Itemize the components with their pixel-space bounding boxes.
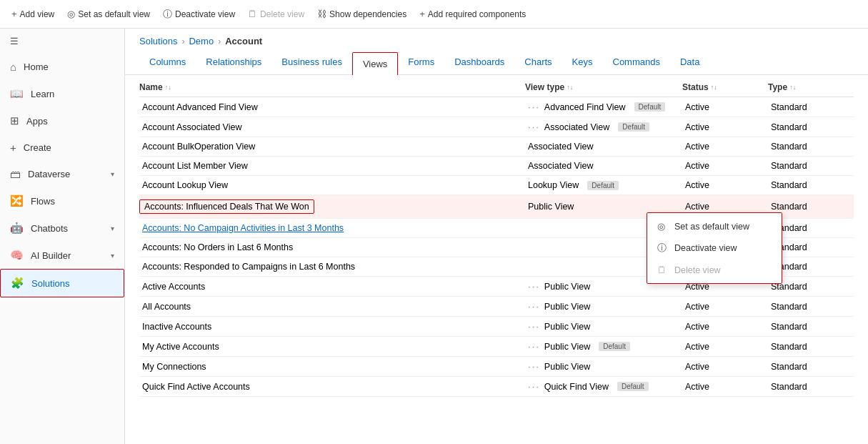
- set-default-ctx-icon: ◎: [657, 221, 669, 232]
- sidebar-item-flows[interactable]: 🔀 Flows: [0, 187, 124, 214]
- table-row: My Active Accounts···Public ViewDefaultA…: [139, 337, 854, 357]
- tab-relationships[interactable]: Relationships: [196, 51, 271, 74]
- sidebar-item-home[interactable]: ⌂ Home: [0, 54, 124, 80]
- ctx-delete: 🗒Delete view: [647, 260, 782, 280]
- row-viewtype-3: Associated View: [525, 142, 682, 152]
- tab-dashboards[interactable]: Dashboards: [444, 51, 514, 74]
- solutions-icon: 🧩: [11, 277, 24, 290]
- row-viewtype-text-1: Advanced Find View: [544, 102, 626, 112]
- row-dots-11[interactable]: ···: [528, 301, 540, 312]
- sidebar-item-create[interactable]: + Create: [0, 134, 124, 161]
- learn-icon: 📖: [10, 87, 24, 100]
- ai-builder-label: AI Builder: [31, 250, 71, 261]
- breadcrumb-demo[interactable]: Demo: [189, 36, 214, 46]
- row-viewtype-text-11: Public View: [544, 302, 590, 312]
- row-status-11: Active: [682, 302, 768, 312]
- row-viewtype-text-10: Public View: [544, 282, 590, 292]
- col-header-name[interactable]: Name↑↓: [139, 82, 525, 92]
- col-label: Status: [682, 82, 709, 92]
- row-dots-15[interactable]: ···: [528, 381, 540, 392]
- row-viewtype-13: ···Public ViewDefault: [525, 341, 682, 352]
- add-view-icon: +: [11, 9, 17, 19]
- table-row: Account Lookup ViewLookup ViewDefaultAct…: [139, 176, 854, 195]
- row-name-10: Active Accounts: [139, 282, 525, 292]
- row-dots-1[interactable]: ···: [528, 102, 540, 112]
- col-header-view-type[interactable]: View type↑↓: [525, 82, 682, 92]
- toolbar-add-required[interactable]: +Add required components: [419, 9, 526, 19]
- sidebar-item-solutions[interactable]: 🧩 Solutions: [0, 269, 124, 297]
- row-dots-2[interactable]: ···: [528, 122, 540, 132]
- breadcrumb-solutions[interactable]: Solutions: [139, 36, 177, 46]
- table-row: Account Advanced Find View···Advanced Fi…: [139, 97, 854, 117]
- sidebar-item-apps[interactable]: ⊞ Apps: [0, 107, 124, 134]
- learn-label: Learn: [31, 89, 54, 99]
- row-name-3: Account BulkOperation View: [139, 142, 525, 152]
- home-label: Home: [24, 61, 49, 72]
- ctx-set-default[interactable]: ◎Set as default view: [647, 216, 782, 237]
- deactivate-ctx-icon: ⓘ: [657, 242, 669, 255]
- row-dots-10[interactable]: ···: [528, 281, 540, 292]
- sidebar-item-chatbots[interactable]: 🤖 Chatbots ▾: [0, 214, 124, 242]
- row-link-7[interactable]: Accounts: No Campaign Activities in Last…: [142, 223, 344, 233]
- toolbar-deactivate[interactable]: ⓘDeactivate view: [163, 8, 235, 21]
- chatbots-chevron: ▾: [111, 225, 114, 232]
- row-type-13: Standard: [768, 342, 854, 352]
- row-status-4: Active: [682, 161, 768, 171]
- row-type-15: Standard: [768, 382, 854, 392]
- row-viewtype-11: ···Public View: [525, 301, 682, 312]
- row-dots-12[interactable]: ···: [528, 321, 540, 332]
- row-viewtype-text-4: Associated View: [528, 161, 594, 171]
- toolbar-add-view[interactable]: +Add view: [11, 9, 54, 19]
- row-name-12: Inactive Accounts: [139, 322, 525, 332]
- dataverse-icon: 🗃: [10, 168, 21, 180]
- row-viewtype-14: ···Public View: [525, 361, 682, 372]
- table-body: Account Advanced Find View···Advanced Fi…: [139, 97, 854, 397]
- tab-forms[interactable]: Forms: [398, 51, 444, 74]
- tab-data[interactable]: Data: [670, 51, 709, 74]
- home-icon: ⌂: [10, 61, 16, 73]
- row-type-11: Standard: [768, 302, 854, 312]
- ctx-deactivate[interactable]: ⓘDeactivate view: [647, 237, 782, 260]
- table-header: Name↑↓View type↑↓Status↑↓Type↑↓: [139, 75, 854, 97]
- row-viewtype-text-14: Public View: [544, 362, 590, 372]
- delete-icon: 🗒: [248, 9, 257, 19]
- col-header-type[interactable]: Type↑↓: [768, 82, 854, 92]
- toolbar-set-default[interactable]: ◎Set as default view: [67, 9, 150, 19]
- row-viewtype-text-5: Lookup View: [528, 180, 579, 190]
- sidebar-item-ai-builder[interactable]: 🧠 AI Builder ▾: [0, 242, 124, 269]
- tab-business-rules[interactable]: Business rules: [271, 51, 352, 74]
- row-badge-2: Default: [618, 122, 649, 132]
- row-name-11: All Accounts: [139, 302, 525, 312]
- delete-ctx-icon: 🗒: [657, 265, 669, 275]
- tab-commands[interactable]: Commands: [603, 51, 670, 74]
- toolbar-show-deps[interactable]: ⛓Show dependencies: [317, 9, 406, 19]
- row-viewtype-15: ···Quick Find ViewDefault: [525, 381, 682, 392]
- row-type-3: Standard: [768, 142, 854, 152]
- row-viewtype-text-3: Associated View: [528, 142, 594, 152]
- hamburger-icon[interactable]: ☰: [0, 29, 124, 54]
- delete-ctx-label: Delete view: [674, 265, 721, 275]
- sidebar-item-learn[interactable]: 📖 Learn: [0, 80, 124, 107]
- delete-label: Delete view: [260, 9, 304, 19]
- show-deps-icon: ⛓: [317, 9, 326, 19]
- row-name-14: My Connections: [139, 362, 525, 372]
- row-viewtype-text-12: Public View: [544, 322, 590, 332]
- ai-builder-icon: 🧠: [10, 249, 24, 262]
- sidebar-item-dataverse[interactable]: 🗃 Dataverse ▾: [0, 161, 124, 187]
- tab-keys[interactable]: Keys: [562, 51, 603, 74]
- tab-columns[interactable]: Columns: [139, 51, 196, 74]
- row-viewtype-5: Lookup ViewDefault: [525, 180, 682, 190]
- row-dots-13[interactable]: ···: [528, 341, 540, 352]
- row-dots-14[interactable]: ···: [528, 361, 540, 372]
- row-badge-15: Default: [617, 382, 649, 391]
- tab-charts[interactable]: Charts: [514, 51, 562, 74]
- context-menu: ◎Set as default viewⓘDeactivate view🗒Del…: [647, 212, 782, 284]
- tab-views[interactable]: Views: [352, 52, 398, 75]
- set-default-ctx-label: Set as default view: [674, 222, 749, 232]
- col-header-status[interactable]: Status↑↓: [682, 82, 768, 92]
- row-viewtype-4: Associated View: [525, 161, 682, 171]
- create-label: Create: [24, 142, 51, 153]
- row-status-12: Active: [682, 322, 768, 332]
- chatbots-label: Chatbots: [31, 223, 68, 234]
- apps-icon: ⊞: [10, 114, 19, 127]
